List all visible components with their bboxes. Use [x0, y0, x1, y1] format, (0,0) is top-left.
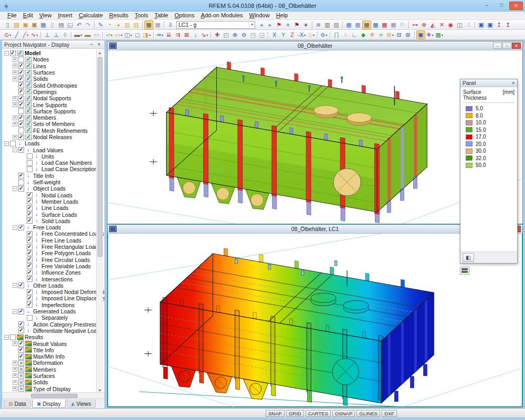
fe-mesh-settings-button[interactable]: ▦ [353, 20, 362, 29]
tree-item[interactable]: Differentiate Negative Loads [3, 328, 97, 334]
tree-expander[interactable] [13, 341, 17, 346]
menu-item[interactable]: View [36, 12, 55, 19]
close-icon[interactable]: ✕ [96, 41, 102, 48]
panel-options-button[interactable]: ◧ [463, 253, 474, 262]
grid-window-button[interactable]: ⊞ [404, 30, 413, 39]
insert-member-button[interactable]: ▣ [486, 20, 495, 29]
opening-tool-button[interactable]: ▭ ▾ [113, 30, 123, 39]
navigator-tab[interactable]: ▣ Display [32, 400, 66, 408]
nodal-support-button[interactable]: ⊥ [43, 30, 51, 39]
render-margin-button[interactable]: ≍ [376, 30, 385, 39]
new-model-button[interactable]: ✎ [96, 20, 105, 29]
tree-expander[interactable] [4, 51, 9, 56]
pin-icon[interactable]: ⊤ [88, 41, 94, 48]
tree-item[interactable]: Sets of Members [3, 121, 97, 127]
menu-item[interactable]: Tools [131, 12, 151, 19]
color-scale-button[interactable]: ▦ ▾ [435, 30, 444, 39]
free-load-button[interactable]: ↓ [191, 30, 200, 39]
tree-expander[interactable] [13, 148, 17, 152]
navigator-tab[interactable]: ◭ Views [67, 400, 96, 408]
loadcase-sort-button[interactable]: ⇩ [166, 20, 175, 29]
solid-box-button[interactable]: ◻ [133, 30, 142, 39]
tree-checkbox[interactable] [27, 160, 33, 166]
tree-checkbox[interactable] [27, 257, 33, 262]
tree-expander[interactable] [13, 309, 17, 314]
tree-item[interactable]: Surface Supports [3, 108, 97, 114]
center-model-button[interactable]: ⊕ [419, 20, 428, 29]
display-properties-button[interactable]: ⊛ ▾ [319, 30, 328, 39]
calculation-params-button[interactable]: ▥ [332, 20, 341, 29]
tree-item[interactable]: Title Info [3, 347, 97, 353]
show-loads-button[interactable]: ⚑ [275, 20, 284, 29]
regenerate-model-button[interactable]: ◔ [105, 20, 114, 29]
next-loadcase-button[interactable]: ▸ [266, 20, 275, 29]
user-coordinate-button[interactable]: ∟ [350, 30, 359, 39]
tree-checkbox[interactable] [18, 108, 24, 114]
scrollbar-thumb[interactable] [98, 57, 102, 257]
tree-checkbox[interactable] [27, 231, 33, 237]
solid-tool-button[interactable]: ◫ ▾ [123, 30, 133, 39]
isometry-button[interactable]: ◳ [248, 30, 257, 39]
tree-expander[interactable] [13, 70, 17, 75]
tree-horizontal-scrollbar[interactable] [2, 392, 104, 398]
tree-checkbox[interactable] [18, 366, 24, 372]
model-folder-button[interactable]: ▧ [132, 20, 141, 29]
tree-item[interactable]: Object Loads [3, 185, 97, 192]
view-minus-x-button[interactable]: -X ▾ [297, 30, 307, 39]
project-open-button[interactable]: ▣ [21, 20, 30, 29]
tree-item[interactable]: Members [3, 114, 97, 121]
tree-expander[interactable] [13, 77, 17, 81]
line-support-button[interactable]: ⊥ [51, 30, 60, 39]
show-results-button[interactable]: ⚑ [292, 20, 301, 29]
tree-expander[interactable] [13, 64, 17, 68]
tree-checkbox[interactable] [27, 263, 33, 269]
tree-checkbox[interactable] [18, 63, 24, 69]
tree-item[interactable]: Model [3, 50, 97, 56]
tree-expander[interactable] [13, 380, 17, 385]
maximize-button[interactable]: □ [495, 2, 508, 10]
tree-checkbox[interactable] [18, 225, 24, 230]
tree-item[interactable]: Action Category Prestress [3, 321, 97, 327]
tree-item[interactable]: Load Case Descriptions [3, 166, 97, 172]
render-colors-button[interactable]: ❖ [368, 30, 376, 39]
tree-checkbox[interactable] [18, 102, 24, 108]
tree-checkbox[interactable] [18, 360, 24, 366]
tree-checkbox[interactable] [18, 321, 24, 327]
zoom-in-button[interactable]: ⊕ [230, 30, 239, 39]
tree-item[interactable]: Nodal Supports [3, 95, 97, 101]
tree-item[interactable]: Solids [3, 76, 97, 82]
tree-item[interactable]: Intersections [3, 276, 97, 282]
tree-checkbox[interactable] [18, 121, 24, 127]
menu-item[interactable]: Help [273, 12, 291, 19]
arc-tool-button[interactable]: ∿ ▾ [30, 30, 39, 39]
viewport-minimize-button[interactable]: – [493, 43, 502, 49]
tree-checkbox[interactable] [18, 180, 24, 185]
tree-item[interactable]: Units [3, 153, 97, 160]
tree-expander[interactable] [13, 135, 17, 140]
minimize-button[interactable]: – [480, 2, 494, 10]
scroll-up-icon[interactable]: ▲ [97, 50, 103, 56]
tree-checkbox[interactable] [18, 341, 24, 346]
tree-item[interactable]: Loads [3, 140, 97, 146]
tree-item[interactable]: Separately [3, 314, 97, 321]
tree-checkbox[interactable] [27, 296, 33, 301]
status-toggle-button[interactable]: SNAP [266, 410, 285, 417]
fe-mesh-check-button[interactable]: ▦ [380, 20, 389, 29]
table-window-button[interactable]: ⊟ [395, 30, 404, 39]
project-archive-button[interactable]: ▣ [30, 20, 39, 29]
tables-toggle-off-button[interactable]: ▦ [153, 20, 162, 29]
tree-expander[interactable] [13, 57, 17, 62]
tree-item[interactable]: Max/Min Info [3, 353, 97, 360]
tree-checkbox[interactable] [18, 128, 24, 133]
tree-item[interactable]: Title Info [3, 173, 97, 179]
perspective-button[interactable]: ◲ [257, 30, 266, 39]
viewport-restore-button[interactable]: □ [502, 43, 511, 49]
pin-view-button[interactable]: ↥ [495, 20, 503, 29]
connect-members-button[interactable]: ⊶ [411, 20, 419, 29]
fe-mesh-clear-button[interactable]: ▦ [389, 20, 398, 29]
model-info-button[interactable]: ◉ [446, 20, 455, 29]
tree-checkbox[interactable] [10, 141, 16, 146]
tree-item[interactable]: Surfaces [3, 69, 97, 76]
tree-expander[interactable] [4, 141, 9, 146]
menu-item[interactable]: Add-on Modules [197, 12, 246, 19]
